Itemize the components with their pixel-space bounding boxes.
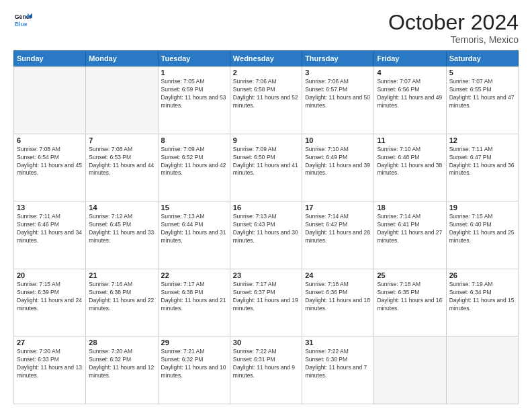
table-row: 5Sunrise: 7:07 AMSunset: 6:55 PMDaylight… — [446, 66, 518, 134]
day-number: 21 — [89, 271, 154, 279]
table-row: 4Sunrise: 7:07 AMSunset: 6:56 PMDaylight… — [374, 66, 446, 134]
table-row: 25Sunrise: 7:18 AMSunset: 6:35 PMDayligh… — [374, 269, 446, 336]
col-friday: Friday — [374, 51, 446, 66]
col-tuesday: Tuesday — [158, 51, 230, 66]
table-row: 15Sunrise: 7:13 AMSunset: 6:44 PMDayligh… — [158, 201, 230, 269]
day-number: 19 — [449, 203, 515, 212]
table-row: 18Sunrise: 7:14 AMSunset: 6:41 PMDayligh… — [374, 201, 446, 269]
table-row: 16Sunrise: 7:13 AMSunset: 6:43 PMDayligh… — [230, 201, 302, 269]
table-row — [14, 66, 86, 134]
cell-info: Sunrise: 7:20 AMSunset: 6:33 PMDaylight:… — [17, 348, 83, 380]
cell-info: Sunrise: 7:13 AMSunset: 6:44 PMDaylight:… — [161, 213, 227, 245]
day-number: 30 — [233, 338, 299, 347]
cell-info: Sunrise: 7:19 AMSunset: 6:34 PMDaylight:… — [449, 281, 515, 313]
table-row: 1Sunrise: 7:05 AMSunset: 6:59 PMDaylight… — [158, 66, 230, 134]
table-row: 31Sunrise: 7:22 AMSunset: 6:30 PMDayligh… — [302, 336, 374, 404]
month-title: October 2024 — [388, 11, 519, 34]
table-row: 17Sunrise: 7:14 AMSunset: 6:42 PMDayligh… — [302, 201, 374, 269]
svg-text:Blue: Blue — [15, 21, 28, 28]
cell-info: Sunrise: 7:09 AMSunset: 6:50 PMDaylight:… — [233, 146, 299, 178]
cell-info: Sunrise: 7:17 AMSunset: 6:38 PMDaylight:… — [161, 281, 227, 313]
day-number: 12 — [449, 136, 515, 144]
day-number: 9 — [233, 136, 299, 144]
day-number: 11 — [377, 136, 443, 144]
cell-info: Sunrise: 7:16 AMSunset: 6:38 PMDaylight:… — [89, 281, 154, 313]
table-row: 28Sunrise: 7:20 AMSunset: 6:32 PMDayligh… — [86, 336, 158, 404]
table-row — [374, 336, 446, 404]
table-row: 3Sunrise: 7:06 AMSunset: 6:57 PMDaylight… — [302, 66, 374, 134]
day-number: 29 — [161, 338, 227, 347]
cell-info: Sunrise: 7:06 AMSunset: 6:57 PMDaylight:… — [305, 78, 371, 110]
table-row: 11Sunrise: 7:10 AMSunset: 6:48 PMDayligh… — [374, 134, 446, 201]
cell-info: Sunrise: 7:11 AMSunset: 6:47 PMDaylight:… — [449, 146, 515, 178]
table-row — [86, 66, 158, 134]
day-number: 17 — [305, 203, 371, 212]
table-row: 22Sunrise: 7:17 AMSunset: 6:38 PMDayligh… — [158, 269, 230, 336]
table-row: 23Sunrise: 7:17 AMSunset: 6:37 PMDayligh… — [230, 269, 302, 336]
page: General Blue October 2024 Temoris, Mexic… — [0, 0, 532, 411]
day-number: 16 — [233, 203, 299, 212]
cell-info: Sunrise: 7:05 AMSunset: 6:59 PMDaylight:… — [161, 78, 227, 110]
cell-info: Sunrise: 7:07 AMSunset: 6:56 PMDaylight:… — [377, 78, 443, 110]
table-row: 20Sunrise: 7:15 AMSunset: 6:39 PMDayligh… — [14, 269, 86, 336]
day-number: 7 — [89, 136, 154, 144]
day-number: 4 — [377, 68, 443, 77]
table-row: 24Sunrise: 7:18 AMSunset: 6:36 PMDayligh… — [302, 269, 374, 336]
day-number: 27 — [17, 338, 83, 347]
cell-info: Sunrise: 7:06 AMSunset: 6:58 PMDaylight:… — [233, 78, 299, 110]
cell-info: Sunrise: 7:18 AMSunset: 6:35 PMDaylight:… — [377, 281, 443, 313]
day-number: 5 — [449, 68, 515, 77]
table-row: 30Sunrise: 7:22 AMSunset: 6:31 PMDayligh… — [230, 336, 302, 404]
day-number: 31 — [305, 338, 371, 347]
table-row: 10Sunrise: 7:10 AMSunset: 6:49 PMDayligh… — [302, 134, 374, 201]
day-number: 10 — [305, 136, 371, 144]
day-number: 20 — [17, 271, 83, 279]
day-number: 14 — [89, 203, 154, 212]
table-row — [446, 336, 518, 404]
day-number: 13 — [17, 203, 83, 212]
table-row: 9Sunrise: 7:09 AMSunset: 6:50 PMDaylight… — [230, 134, 302, 201]
cell-info: Sunrise: 7:15 AMSunset: 6:39 PMDaylight:… — [17, 281, 83, 313]
table-row: 26Sunrise: 7:19 AMSunset: 6:34 PMDayligh… — [446, 269, 518, 336]
table-row: 12Sunrise: 7:11 AMSunset: 6:47 PMDayligh… — [446, 134, 518, 201]
cell-info: Sunrise: 7:10 AMSunset: 6:48 PMDaylight:… — [377, 146, 443, 178]
day-number: 8 — [161, 136, 227, 144]
cell-info: Sunrise: 7:20 AMSunset: 6:32 PMDaylight:… — [89, 348, 154, 380]
table-row: 6Sunrise: 7:08 AMSunset: 6:54 PMDaylight… — [14, 134, 86, 201]
logo: General Blue — [13, 11, 32, 30]
cell-info: Sunrise: 7:09 AMSunset: 6:52 PMDaylight:… — [161, 146, 227, 178]
cell-info: Sunrise: 7:08 AMSunset: 6:53 PMDaylight:… — [89, 146, 154, 178]
title-block: October 2024 Temoris, Mexico — [388, 11, 519, 45]
day-number: 23 — [233, 271, 299, 279]
header: General Blue October 2024 Temoris, Mexic… — [13, 11, 519, 45]
day-number: 15 — [161, 203, 227, 212]
col-monday: Monday — [86, 51, 158, 66]
table-row: 14Sunrise: 7:12 AMSunset: 6:45 PMDayligh… — [86, 201, 158, 269]
cell-info: Sunrise: 7:12 AMSunset: 6:45 PMDaylight:… — [89, 213, 154, 245]
col-sunday: Sunday — [14, 51, 86, 66]
cell-info: Sunrise: 7:18 AMSunset: 6:36 PMDaylight:… — [305, 281, 371, 313]
cell-info: Sunrise: 7:21 AMSunset: 6:32 PMDaylight:… — [161, 348, 227, 380]
day-number: 18 — [377, 203, 443, 212]
cell-info: Sunrise: 7:14 AMSunset: 6:41 PMDaylight:… — [377, 213, 443, 245]
cell-info: Sunrise: 7:17 AMSunset: 6:37 PMDaylight:… — [233, 281, 299, 313]
cell-info: Sunrise: 7:07 AMSunset: 6:55 PMDaylight:… — [449, 78, 515, 110]
day-number: 24 — [305, 271, 371, 279]
calendar-table: Sunday Monday Tuesday Wednesday Thursday… — [13, 50, 519, 404]
cell-info: Sunrise: 7:22 AMSunset: 6:31 PMDaylight:… — [233, 348, 299, 380]
table-row: 7Sunrise: 7:08 AMSunset: 6:53 PMDaylight… — [86, 134, 158, 201]
table-row: 21Sunrise: 7:16 AMSunset: 6:38 PMDayligh… — [86, 269, 158, 336]
day-number: 3 — [305, 68, 371, 77]
cell-info: Sunrise: 7:22 AMSunset: 6:30 PMDaylight:… — [305, 348, 371, 380]
cell-info: Sunrise: 7:14 AMSunset: 6:42 PMDaylight:… — [305, 213, 371, 245]
table-row: 27Sunrise: 7:20 AMSunset: 6:33 PMDayligh… — [14, 336, 86, 404]
cell-info: Sunrise: 7:08 AMSunset: 6:54 PMDaylight:… — [17, 146, 83, 178]
table-row: 13Sunrise: 7:11 AMSunset: 6:46 PMDayligh… — [14, 201, 86, 269]
table-row: 8Sunrise: 7:09 AMSunset: 6:52 PMDaylight… — [158, 134, 230, 201]
col-saturday: Saturday — [446, 51, 518, 66]
day-number: 2 — [233, 68, 299, 77]
calendar-header-row: Sunday Monday Tuesday Wednesday Thursday… — [14, 51, 519, 66]
day-number: 1 — [161, 68, 227, 77]
day-number: 22 — [161, 271, 227, 279]
day-number: 28 — [89, 338, 154, 347]
